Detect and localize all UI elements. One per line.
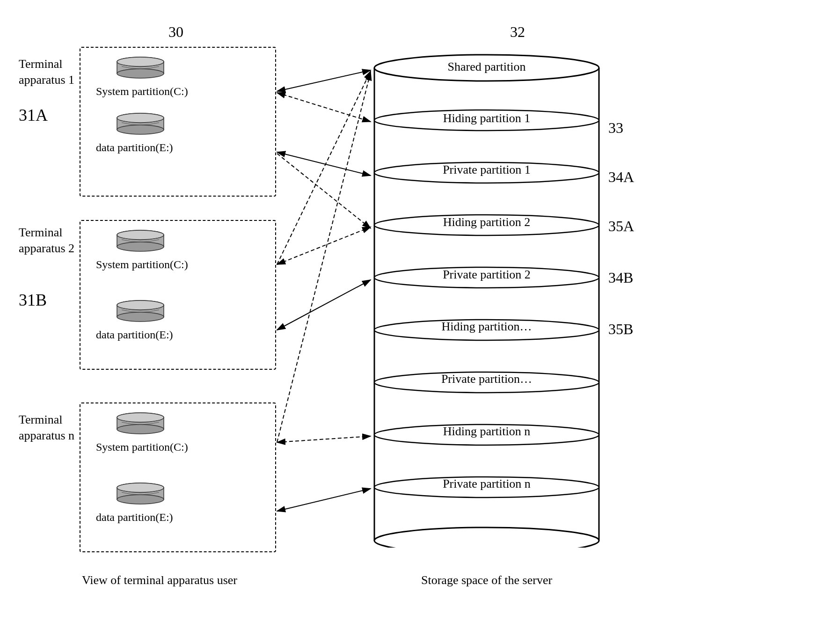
svg-line-46 [277, 71, 371, 264]
bottom-left-label: View of terminal apparatus user [82, 573, 237, 587]
svg-line-45 [277, 154, 371, 228]
svg-line-39 [277, 152, 371, 176]
arrows-layer [14, 19, 819, 604]
svg-line-42 [277, 280, 371, 330]
svg-line-38 [277, 70, 371, 91]
svg-line-44 [277, 489, 371, 511]
svg-line-43 [277, 436, 371, 442]
svg-line-47 [277, 72, 371, 442]
bottom-right-label: Storage space of the server [421, 573, 552, 587]
svg-line-40 [277, 93, 371, 122]
